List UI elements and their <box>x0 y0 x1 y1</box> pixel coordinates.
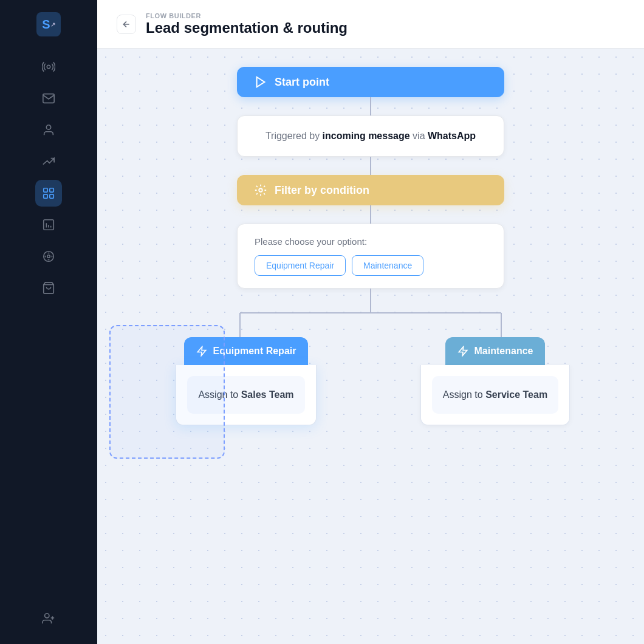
svg-rect-5 <box>50 194 53 198</box>
header: FLOW BUILDER Lead segmentation & routing <box>97 0 644 49</box>
sidebar-item-flow[interactable] <box>35 180 62 207</box>
sidebar-item-reports[interactable] <box>35 211 62 238</box>
branch-left-header: Equipment Repair <box>184 337 309 365</box>
filter-node-label: Filter by condition <box>275 184 369 197</box>
main-area: FLOW BUILDER Lead segmentation & routing… <box>97 0 644 644</box>
start-node-label: Start point <box>275 76 329 89</box>
branch-right-body: Assign to Service Team <box>420 365 570 425</box>
assign-service-bold: Service Team <box>485 389 547 400</box>
sidebar-item-broadcast[interactable] <box>35 53 62 80</box>
svg-marker-18 <box>459 347 467 356</box>
sidebar-item-commerce[interactable] <box>35 275 62 301</box>
breadcrumb: FLOW BUILDER <box>146 12 348 19</box>
branch-left-header-label: Equipment Repair <box>213 346 296 357</box>
sidebar-item-inbox[interactable] <box>35 85 62 112</box>
trigger-node[interactable]: Triggered by incoming message via WhatsA… <box>237 115 504 157</box>
header-text: FLOW BUILDER Lead segmentation & routing <box>146 12 348 36</box>
trigger-text-prefix: Triggered by incoming message via WhatsA… <box>265 131 476 141</box>
svg-point-8 <box>45 614 49 618</box>
branch-right-header: Maintenance <box>445 337 546 365</box>
branch-connector-area <box>140 289 601 343</box>
start-node[interactable]: Start point <box>237 67 504 97</box>
logo-text: S <box>42 18 50 32</box>
assign-sales-box[interactable]: Assign to Sales Team <box>187 376 304 414</box>
options-buttons: Equipment Repair Maintenance <box>255 255 487 276</box>
svg-rect-4 <box>44 194 47 198</box>
filter-node[interactable]: Filter by condition <box>237 175 504 205</box>
assign-service-box[interactable]: Assign to Service Team <box>432 376 558 414</box>
svg-point-12 <box>259 188 262 192</box>
branch-svg <box>140 289 601 343</box>
sidebar-item-campaigns[interactable] <box>35 148 62 175</box>
sidebar-item-integrations[interactable] <box>35 243 62 270</box>
options-title: Please choose your optiont: <box>255 236 487 247</box>
trigger-bold1: incoming message <box>323 131 410 141</box>
sidebar-item-contacts[interactable] <box>35 117 62 143</box>
connector-2 <box>370 157 371 175</box>
branches-wrapper: Equipment Repair Assign to Sales Team Ma… <box>146 337 595 425</box>
svg-rect-3 <box>50 188 53 192</box>
option-equipment-repair[interactable]: Equipment Repair <box>255 255 346 276</box>
flow-canvas[interactable]: Start point Triggered by incoming messag… <box>97 49 644 644</box>
option-maintenance[interactable]: Maintenance <box>352 255 423 276</box>
svg-rect-2 <box>44 188 47 192</box>
logo: S↗ <box>36 12 61 36</box>
page-title: Lead segmentation & routing <box>146 19 348 36</box>
trigger-bold2: WhatsApp <box>428 131 476 141</box>
sidebar: S↗ <box>0 0 97 644</box>
connector-1 <box>370 97 371 115</box>
sidebar-item-add-user[interactable] <box>35 605 62 632</box>
assign-sales-bold: Sales Team <box>241 389 294 400</box>
flow-container: Start point Triggered by incoming messag… <box>97 49 644 644</box>
svg-point-1 <box>46 125 50 129</box>
branch-left-body: Assign to Sales Team <box>176 365 316 425</box>
svg-marker-11 <box>257 77 265 87</box>
svg-marker-17 <box>197 347 206 356</box>
connector-3 <box>370 205 371 224</box>
back-button[interactable] <box>117 15 136 34</box>
svg-point-0 <box>47 65 50 69</box>
options-node[interactable]: Please choose your optiont: Equipment Re… <box>237 224 504 289</box>
branch-equipment-repair[interactable]: Equipment Repair Assign to Sales Team <box>146 337 346 425</box>
branch-maintenance[interactable]: Maintenance Assign to Service Team <box>395 337 595 425</box>
assign-sales-prefix: Assign to <box>198 389 241 400</box>
assign-service-prefix: Assign to <box>443 389 485 400</box>
branch-right-header-label: Maintenance <box>474 346 533 357</box>
